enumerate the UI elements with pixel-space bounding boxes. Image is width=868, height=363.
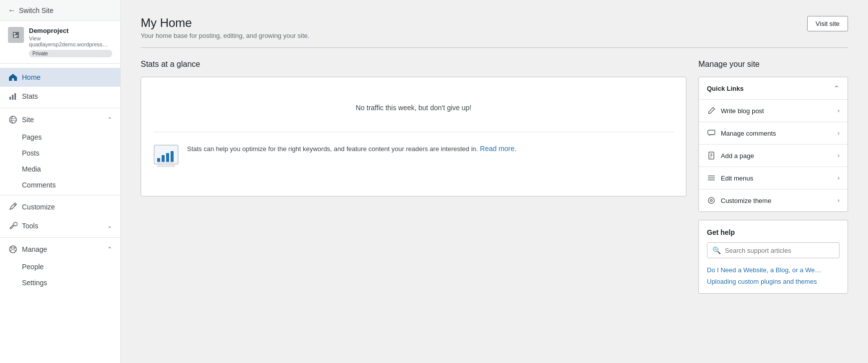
stats-promo: Stats can help you optimize for the righ…	[153, 132, 674, 170]
site-details: Demoproject View quadlayersp2demo.wordpr…	[29, 27, 112, 57]
svg-rect-2	[14, 35, 18, 36]
svg-point-7	[9, 116, 16, 123]
svg-point-23	[710, 199, 712, 201]
stats-icon	[8, 91, 18, 101]
header-divider	[141, 47, 848, 48]
sidebar-item-stats[interactable]: Stats	[0, 87, 120, 106]
svg-rect-1	[14, 33, 15, 34]
svg-rect-11	[157, 158, 160, 162]
search-icon: 🔍	[712, 246, 721, 254]
quick-links-label: Quick Links	[707, 85, 744, 92]
pages-label: Pages	[22, 133, 42, 141]
svg-rect-20	[708, 178, 715, 179]
sidebar-nav: Home Stats Site ⌃ Pages Posts Media Comm…	[0, 64, 120, 295]
quick-link-customize-theme[interactable]: Customize theme ›	[699, 189, 848, 211]
manage-comments-chevron: ›	[838, 130, 840, 137]
sidebar-item-posts[interactable]: Posts	[0, 145, 120, 161]
people-label: People	[22, 263, 44, 271]
nav-divider-3	[0, 237, 120, 238]
stats-section: Stats at a glance No traffic this week, …	[141, 60, 686, 196]
tools-chevron-icon: ⌄	[107, 222, 112, 229]
sidebar-item-manage[interactable]: Manage ⌃	[0, 240, 120, 259]
sidebar-item-settings[interactable]: Settings	[0, 275, 120, 291]
switch-site-button[interactable]: ← Switch Site	[0, 0, 120, 21]
nav-divider-1	[0, 108, 120, 108]
quick-link-edit-menus-label: Edit menus	[721, 175, 833, 182]
quick-link-edit-menus[interactable]: Edit menus ›	[699, 167, 848, 189]
get-help-card: Get help 🔍 Do I Need a Website, a Blog, …	[698, 220, 848, 294]
svg-rect-16	[157, 165, 175, 167]
quick-link-customize-theme-label: Customize theme	[721, 197, 833, 204]
sidebar: ← Switch Site Demoproject View quadlayer…	[0, 0, 121, 363]
svg-rect-6	[14, 93, 16, 100]
stats-promo-text: Stats can help you optimize for the righ…	[187, 145, 478, 153]
customize-icon	[8, 202, 18, 212]
support-search-input[interactable]	[725, 247, 834, 254]
stats-title: Stats at a glance	[141, 60, 686, 69]
arrow-left-icon: ←	[8, 6, 16, 15]
pencil-icon	[707, 106, 716, 115]
page-subtitle: Your home base for posting, editing, and…	[141, 32, 309, 39]
write-blog-post-chevron: ›	[838, 107, 840, 114]
sidebar-customize-label: Customize	[22, 203, 55, 211]
site-name: Demoproject	[29, 27, 112, 34]
sidebar-item-tools[interactable]: Tools ⌄	[0, 216, 120, 235]
manage-site-title: Manage your site	[698, 60, 848, 69]
site-nav-icon	[8, 115, 18, 125]
manage-icon	[8, 244, 18, 254]
svg-rect-19	[708, 176, 715, 177]
menus-icon	[707, 174, 716, 182]
comment-icon	[707, 129, 716, 138]
sidebar-home-label: Home	[22, 73, 40, 81]
site-url: View quadlayersp2demo.wordpress…	[29, 35, 112, 47]
stats-promo-text-container: Stats can help you optimize for the righ…	[187, 144, 516, 154]
switch-site-label: Switch Site	[19, 6, 53, 14]
comments-label: Comments	[22, 181, 56, 189]
manage-chevron-icon: ⌃	[107, 246, 112, 253]
help-links: Do I Need a Website, a Blog, or a We… Up…	[707, 266, 840, 285]
page-title: My Home	[141, 16, 309, 30]
quick-link-add-page-label: Add a page	[721, 152, 833, 160]
sidebar-stats-label: Stats	[22, 92, 38, 100]
site-icon	[8, 27, 24, 43]
svg-rect-14	[171, 151, 174, 162]
sidebar-item-pages[interactable]: Pages	[0, 129, 120, 145]
sidebar-manage-label: Manage	[22, 245, 47, 253]
document-icon	[707, 151, 716, 160]
quick-link-manage-comments[interactable]: Manage comments ›	[699, 122, 848, 145]
svg-rect-13	[166, 153, 169, 162]
help-link-2[interactable]: Uploading custom plugins and themes	[707, 278, 840, 285]
visit-site-button[interactable]: Visit site	[807, 16, 848, 31]
content-row: Stats at a glance No traffic this week, …	[141, 60, 848, 294]
site-info: Demoproject View quadlayersp2demo.wordpr…	[0, 21, 120, 64]
edit-menus-chevron: ›	[838, 175, 840, 182]
quick-links-collapse-icon[interactable]: ⌃	[834, 84, 840, 92]
help-link-1[interactable]: Do I Need a Website, a Blog, or a We…	[707, 266, 840, 274]
sidebar-item-site[interactable]: Site ⌃	[0, 110, 120, 129]
svg-rect-21	[708, 180, 715, 181]
quick-link-add-page[interactable]: Add a page ›	[699, 145, 848, 167]
sidebar-item-people[interactable]: People	[0, 259, 120, 275]
sidebar-site-label: Site	[22, 116, 34, 124]
media-label: Media	[22, 165, 41, 173]
svg-point-22	[708, 197, 714, 203]
svg-rect-5	[12, 95, 13, 100]
sidebar-item-comments[interactable]: Comments	[0, 177, 120, 193]
sidebar-item-media[interactable]: Media	[0, 161, 120, 177]
stats-card: No traffic this week, but don't give up!	[141, 77, 686, 196]
brush-icon	[707, 196, 716, 205]
quick-link-write-blog-post-label: Write blog post	[721, 107, 833, 115]
private-badge: Private	[29, 50, 112, 57]
site-chevron-icon: ⌃	[107, 116, 112, 123]
customize-theme-chevron: ›	[838, 197, 840, 204]
get-help-title: Get help	[707, 228, 840, 236]
read-more-link[interactable]: Read more.	[480, 145, 516, 153]
support-search-box: 🔍	[707, 242, 840, 258]
svg-point-8	[14, 204, 16, 206]
sidebar-item-customize[interactable]: Customize	[0, 197, 120, 216]
quick-links-card: Quick Links ⌃ Write blog post › Ma	[698, 77, 848, 212]
page-header: My Home Your home base for posting, edit…	[141, 16, 848, 39]
quick-link-write-blog-post[interactable]: Write blog post ›	[699, 100, 848, 122]
sidebar-item-home[interactable]: Home	[0, 68, 120, 87]
sidebar-tools-label: Tools	[22, 222, 38, 230]
